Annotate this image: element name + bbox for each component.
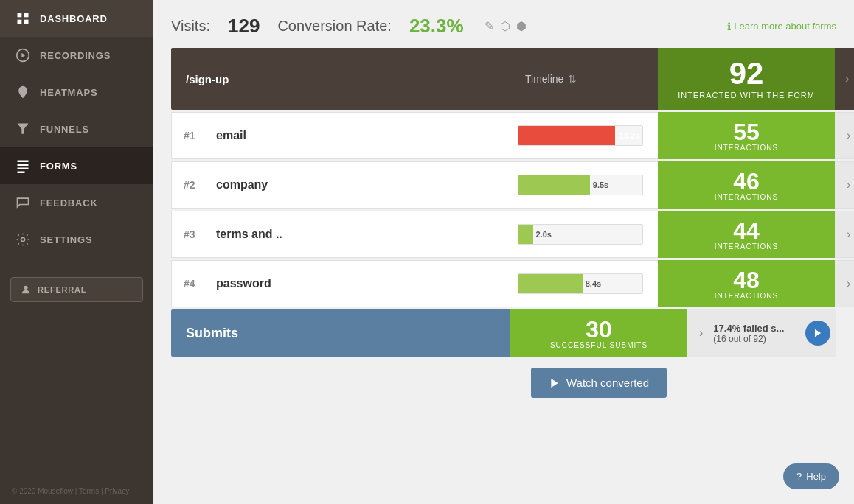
submits-interactions: 30 SUCCESSFUL SUBMITS [510, 309, 687, 357]
row-chevron-0: › [847, 129, 850, 142]
row-timeline-0: 13.2s [510, 112, 658, 159]
terms-link[interactable]: Terms [79, 487, 99, 495]
row-interactions-value-0: 55 [733, 120, 760, 144]
timeline-track-3: 8.4s [518, 273, 643, 294]
timeline-track-1: 9.5s [518, 175, 643, 195]
edit-icon[interactable]: ✎ [485, 19, 494, 33]
submits-dropped: › 17.4% failed s... (16 out of 92) [687, 309, 836, 357]
recordings-icon [15, 47, 31, 63]
sidebar-item-feedback[interactable]: Feedback [0, 184, 153, 221]
row-field-name-1: company [216, 178, 297, 192]
row-num-1: #2 [184, 179, 204, 191]
svg-rect-0 [18, 13, 22, 18]
feedback-icon [15, 195, 31, 211]
row-label-2: #3 terms and .. [171, 211, 510, 258]
sidebar-item-funnels[interactable]: Funnels [0, 111, 153, 147]
table-row: #2 company 9.5s 46 INTERACTIONS › 6.5% d… [171, 161, 836, 209]
timeline-label-2: 2.0s [536, 230, 552, 239]
svg-rect-10 [18, 172, 25, 174]
row-field-name-0: email [216, 129, 297, 142]
table-row: #1 email 13.2s 55 INTERACTIONS › 39.1% d… [171, 112, 836, 159]
timeline-fill-1 [518, 175, 590, 195]
timeline-fill-0 [518, 126, 615, 145]
header-action-icons: ✎ ⬡ ⬢ [485, 19, 527, 33]
table-row: #4 password 8.4s 48 INTERACTIONS › 4.3% … [171, 260, 836, 307]
svg-rect-2 [18, 20, 22, 24]
submits-play-button[interactable] [805, 321, 830, 346]
row-interactions-label-3: INTERACTIONS [715, 292, 778, 300]
row-interactions-2: 44 INTERACTIONS [658, 211, 835, 258]
row-dropped-3: › 4.3% dropped (4 out of 92) [835, 260, 854, 307]
learn-more-link[interactable]: ℹ Learn more about forms [727, 21, 836, 32]
forms-icon [15, 158, 31, 174]
sidebar-item-forms[interactable]: Forms [0, 147, 153, 184]
svg-marker-6 [18, 124, 29, 134]
external-link-icon[interactable]: ⬢ [516, 19, 527, 33]
help-icon: ? [796, 471, 802, 482]
watch-converted-button[interactable]: Watch converted [531, 368, 667, 398]
export-icon[interactable]: ⬡ [500, 19, 510, 33]
row-chevron-2: › [847, 228, 850, 241]
privacy-link[interactable]: Privacy [105, 487, 129, 495]
header-stats: Visits: 129 Conversion Rate: 23.3% ✎ ⬡ ⬢… [171, 15, 836, 38]
svg-point-12 [24, 286, 27, 290]
sidebar-label-heatmaps: Heatmaps [40, 87, 97, 98]
timeline-track-0: 13.2s [518, 125, 643, 146]
heatmaps-icon [15, 84, 31, 100]
sidebar-item-recordings[interactable]: Recordings [0, 37, 153, 74]
row-label-3: #4 password [171, 260, 510, 307]
row-label-0: #1 email [171, 112, 510, 159]
sidebar-label-recordings: Recordings [40, 50, 111, 61]
timeline-sort-icon[interactable]: ⇅ [568, 73, 577, 85]
svg-marker-17 [815, 329, 821, 337]
th-timeline: Timeline ⇅ [510, 48, 658, 110]
row-timeline-1: 9.5s [510, 161, 658, 209]
table-header: /sign-up Timeline ⇅ 92 INTERACTED WITH T… [171, 48, 836, 110]
submits-dropped-pct: 17.4% failed s... [713, 323, 801, 334]
funnels-icon [15, 121, 31, 137]
th-path: /sign-up [171, 48, 510, 110]
svg-rect-8 [18, 164, 29, 167]
visits-label: Visits: [171, 18, 210, 35]
submits-row: Submits 30 SUCCESSFUL SUBMITS › 17.4% fa… [171, 309, 836, 357]
sidebar-item-dashboard[interactable]: Dashboard [0, 0, 153, 37]
main-content: Visits: 129 Conversion Rate: 23.3% ✎ ⬡ ⬢… [153, 0, 854, 504]
row-interactions-value-1: 46 [733, 169, 760, 193]
row-interactions-1: 46 INTERACTIONS [658, 161, 835, 209]
svg-rect-7 [18, 161, 29, 163]
row-dropped-2: › 0.0% dropped (0 out of 92) [835, 211, 854, 258]
sidebar-item-settings[interactable]: Settings [0, 221, 153, 258]
help-button[interactable]: ? Help [783, 463, 839, 489]
sidebar-label-funnels: Funnels [40, 124, 89, 135]
form-rows: #1 email 13.2s 55 INTERACTIONS › 39.1% d… [171, 112, 836, 307]
settings-icon [15, 231, 31, 248]
sidebar-label-settings: Settings [40, 234, 92, 245]
row-chevron-3: › [847, 277, 850, 290]
timeline-fill-3 [518, 274, 583, 293]
visits-value: 129 [228, 15, 260, 38]
referral-button[interactable]: Referral [10, 277, 143, 302]
timeline-track-2: 2.0s [518, 224, 643, 245]
conversion-value: 23.3% [409, 15, 464, 38]
row-num-3: #4 [184, 278, 204, 290]
info-icon: ℹ [727, 21, 731, 32]
submits-dropped-sub: (16 out of 92) [713, 334, 801, 344]
conversion-label: Conversion Rate: [277, 18, 392, 35]
chevron-icon: › [845, 72, 849, 85]
row-dropped-0: › 39.1% dropped (36 out of 92) [835, 112, 854, 159]
row-interactions-label-2: INTERACTIONS [715, 242, 778, 251]
svg-rect-3 [24, 20, 29, 24]
watch-converted-container: Watch converted [510, 359, 687, 398]
sidebar: Dashboard Recordings Heatmaps Funnels Fo… [0, 0, 153, 504]
th-not-interacted: › 28.7% did not interact (37 out of 129) [835, 48, 854, 110]
timeline-fill-2 [518, 225, 533, 244]
row-interactions-3: 48 INTERACTIONS [658, 260, 835, 307]
row-timeline-2: 2.0s [510, 211, 658, 258]
dashboard-icon [15, 10, 31, 27]
submits-chevron-icon: › [699, 326, 703, 340]
sidebar-item-heatmaps[interactable]: Heatmaps [0, 74, 153, 111]
svg-rect-9 [18, 168, 29, 170]
sidebar-label-forms: Forms [40, 161, 77, 172]
referral-label: Referral [38, 285, 86, 294]
timeline-label-3: 8.4s [586, 279, 601, 288]
